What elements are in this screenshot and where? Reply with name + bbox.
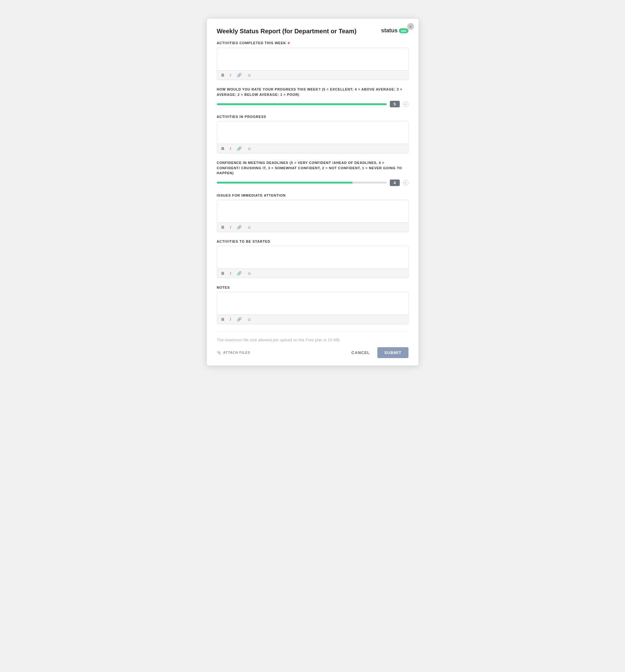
progress-clear-btn[interactable]: × <box>403 101 408 107</box>
modal-title: Weekly Status Report (for Department or … <box>217 27 357 35</box>
activities-in-progress-input[interactable] <box>217 121 408 143</box>
italic-btn-1[interactable]: I <box>229 72 233 78</box>
brand-name: status <box>381 27 398 34</box>
activities-completed-toolbar: B I 🔗 ☺ <box>217 70 408 80</box>
action-buttons: CANCEL SUBMIT <box>348 347 408 358</box>
progress-slider-row: 5 × <box>217 101 408 107</box>
emoji-btn-2[interactable]: ☺ <box>246 146 253 151</box>
bold-btn-3[interactable]: B <box>220 225 225 230</box>
submit-button[interactable]: SUBMIT <box>377 347 408 358</box>
notes-input[interactable] <box>217 292 408 313</box>
italic-btn-3[interactable]: I <box>229 225 233 230</box>
confidence-value-badge: 4 <box>390 179 400 186</box>
emoji-btn-1[interactable]: ☺ <box>246 72 253 78</box>
progress-slider-track[interactable] <box>217 103 387 105</box>
progress-section: HOW WOULD YOU RATE YOUR PROGRESS THIS WE… <box>217 87 408 107</box>
progress-value-badge: 5 <box>390 101 400 107</box>
activities-to-start-toolbar: B I 🔗 ☺ <box>217 268 408 278</box>
italic-btn-5[interactable]: I <box>229 317 233 322</box>
activities-to-start-label: ACTIVITIES TO BE STARTED <box>217 240 408 243</box>
modal: Weekly Status Report (for Department or … <box>207 19 418 365</box>
activities-completed-input[interactable] <box>217 48 408 69</box>
issues-label: ISSUES FOR IMMEDIATE ATTENTION <box>217 193 408 197</box>
confidence-slider-fill <box>217 182 353 184</box>
required-star: ★ <box>287 41 291 45</box>
bold-btn-5[interactable]: B <box>220 317 225 322</box>
emoji-btn-5[interactable]: ☺ <box>246 317 253 322</box>
emoji-btn-3[interactable]: ☺ <box>246 225 253 230</box>
brand-badge: net <box>399 28 408 33</box>
activities-in-progress-editor: B I 🔗 ☺ <box>217 121 408 153</box>
confidence-slider-row: 4 × <box>217 179 408 186</box>
bold-btn-1[interactable]: B <box>220 72 225 78</box>
footer-actions: 📎 ATTACH FILES CANCEL SUBMIT <box>217 347 408 358</box>
activities-in-progress-toolbar: B I 🔗 ☺ <box>217 144 408 153</box>
link-btn-1[interactable]: 🔗 <box>236 72 243 78</box>
progress-slider-fill <box>217 103 387 105</box>
confidence-section: CONFIDENCE IN MEETING DEADLINES (5 = VER… <box>217 160 408 186</box>
confidence-clear-btn[interactable]: × <box>403 180 408 186</box>
confidence-slider-track[interactable] <box>217 182 387 184</box>
modal-header: Weekly Status Report (for Department or … <box>217 27 408 35</box>
link-btn-3[interactable]: 🔗 <box>236 225 243 230</box>
activities-completed-label: ACTIVITIES COMPLETED THIS WEEK★ <box>217 41 408 45</box>
attach-label: ATTACH FILES <box>223 351 250 354</box>
cancel-button[interactable]: CANCEL <box>348 348 374 358</box>
paperclip-icon: 📎 <box>217 351 221 355</box>
notes-editor: B I 🔗 ☺ <box>217 292 408 324</box>
italic-btn-2[interactable]: I <box>229 146 233 151</box>
file-size-note: The maximum file size allowed per upload… <box>217 338 408 342</box>
brand-logo: status net <box>381 27 408 34</box>
issues-input[interactable] <box>217 200 408 221</box>
issues-editor: B I 🔗 ☺ <box>217 200 408 232</box>
link-btn-2[interactable]: 🔗 <box>236 146 243 151</box>
attach-files-button[interactable]: 📎 ATTACH FILES <box>217 351 250 355</box>
bold-btn-4[interactable]: B <box>220 271 225 276</box>
link-btn-4[interactable]: 🔗 <box>236 271 243 276</box>
activities-in-progress-label: ACTIVITIES IN PROGRESS <box>217 115 408 119</box>
link-btn-5[interactable]: 🔗 <box>236 317 243 322</box>
close-button[interactable]: × <box>407 23 414 30</box>
notes-toolbar: B I 🔗 ☺ <box>217 314 408 324</box>
progress-label: HOW WOULD YOU RATE YOUR PROGRESS THIS WE… <box>217 87 408 97</box>
italic-btn-4[interactable]: I <box>229 271 233 276</box>
notes-label: NOTES <box>217 286 408 289</box>
footer-divider <box>217 331 408 331</box>
activities-to-start-input[interactable] <box>217 246 408 267</box>
issues-toolbar: B I 🔗 ☺ <box>217 222 408 232</box>
activities-to-start-editor: B I 🔗 ☺ <box>217 246 408 278</box>
activities-completed-editor: B I 🔗 ☺ <box>217 48 408 80</box>
confidence-label: CONFIDENCE IN MEETING DEADLINES (5 = VER… <box>217 160 408 176</box>
emoji-btn-4[interactable]: ☺ <box>246 271 253 276</box>
bold-btn-2[interactable]: B <box>220 146 225 151</box>
